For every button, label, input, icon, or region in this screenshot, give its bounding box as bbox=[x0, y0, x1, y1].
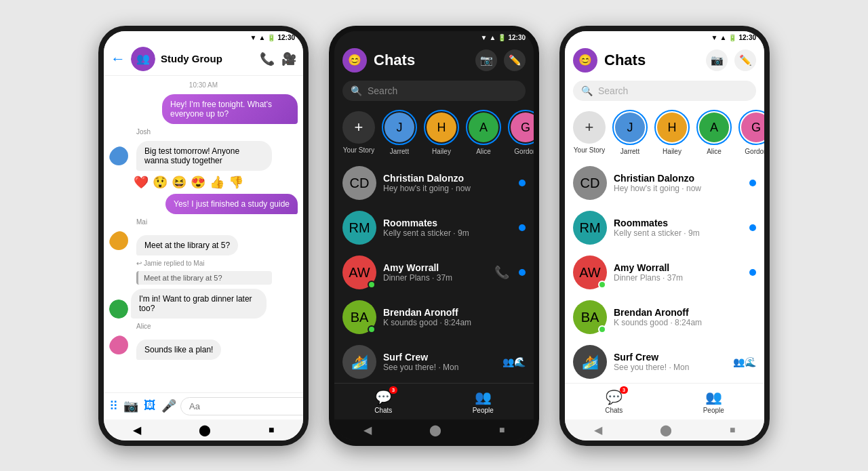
avatar-amy-light: AW bbox=[573, 255, 607, 289]
call-icon-amy-dark[interactable]: 📞 bbox=[494, 265, 509, 280]
android-home[interactable]: ⬤ bbox=[199, 424, 211, 436]
online-dot-amy-light bbox=[598, 281, 606, 289]
android-recent[interactable]: ■ bbox=[269, 424, 274, 435]
mic-icon[interactable]: 🎤 bbox=[161, 398, 176, 413]
message-left-jamie: I'm in! Want to grab dinner later too? bbox=[109, 289, 298, 319]
unread-dot-amy-light bbox=[749, 269, 756, 276]
chat-info-amy-dark: Amy Worrall Dinner Plans · 37m bbox=[383, 262, 488, 283]
story-add-light[interactable]: + Your Story bbox=[573, 111, 606, 154]
sender-alice: Alice bbox=[136, 323, 298, 330]
android-recent-3[interactable]: ■ bbox=[730, 424, 735, 435]
chat-preview-brendan-light: K sounds good · 8:24am bbox=[614, 318, 756, 327]
chat-item-roommates-light[interactable]: RM Roommates Kelly sent a sticker · 9m bbox=[565, 205, 764, 250]
story-avatar-hailey-dark: H bbox=[427, 112, 456, 142]
android-home-2[interactable]: ⬤ bbox=[429, 424, 441, 436]
chat-info-brendan-dark: Brendan Aronoff K sounds good · 8:24am bbox=[383, 307, 526, 327]
android-recent-2[interactable]: ■ bbox=[499, 424, 505, 435]
story-avatar-gordon-dark: G bbox=[511, 112, 534, 142]
story-avatar-alice-dark: A bbox=[469, 112, 498, 142]
story-alice-dark[interactable]: A Alice bbox=[466, 110, 501, 155]
story-hailey-light[interactable]: H Hailey bbox=[654, 110, 690, 155]
reply-context-text: Jamie replied to Mai bbox=[144, 260, 204, 267]
chat-info-brendan-light: Brendan Aronoff K sounds good · 8:24am bbox=[614, 307, 756, 327]
android-back[interactable]: ◀ bbox=[133, 424, 141, 436]
story-label-add-light: Your Story bbox=[574, 146, 605, 154]
back-button[interactable]: ← bbox=[111, 50, 125, 68]
user-avatar-dark[interactable]: 😊 bbox=[342, 48, 367, 73]
android-back-3[interactable]: ◀ bbox=[594, 424, 602, 436]
search-icon-dark: 🔍 bbox=[351, 85, 362, 96]
time-1: 12:30 bbox=[277, 34, 295, 41]
chat-list-light: CD Christian Dalonzo Hey how's it going … bbox=[565, 161, 764, 383]
wifi-icon-2: ▲ bbox=[490, 34, 496, 41]
status-icons-3: ▼ ▲ 🔋 12:30 bbox=[711, 34, 756, 41]
message-input[interactable] bbox=[180, 397, 309, 415]
story-label-gordon-light: Gordon bbox=[745, 148, 764, 155]
chat-item-surf-light[interactable]: 🏄 Surf Crew See you there! · Mon 👥🌊 bbox=[565, 340, 764, 383]
story-jarrett-light[interactable]: J Jarrett bbox=[612, 110, 648, 155]
tab-chats-light[interactable]: 💬 3 Chats bbox=[605, 389, 623, 414]
chat-item-surf-dark[interactable]: 🏄 Surf Crew See you there! · Mon 👥🌊 bbox=[334, 340, 534, 383]
chat-name-brendan-dark: Brendan Aronoff bbox=[383, 307, 526, 318]
chat-item-roommates-dark[interactable]: RM Roommates Kelly sent a sticker · 9m bbox=[334, 205, 534, 250]
avatar-img-surf-dark: 🏄 bbox=[342, 345, 376, 379]
bubble-mai: Meet at the library at 5? bbox=[136, 235, 238, 255]
sender-mai: Mai bbox=[136, 218, 298, 226]
tab-people-light[interactable]: 👥 People bbox=[703, 389, 724, 414]
avatar-img-roommates-light: RM bbox=[573, 211, 607, 245]
chat-info-christian-light: Christian Dalonzo Hey how's it going · n… bbox=[614, 173, 743, 193]
story-add-dark[interactable]: + Your Story bbox=[342, 111, 375, 154]
story-label-alice-light: Alice bbox=[707, 148, 722, 155]
video-call-icon[interactable]: 🎥 bbox=[281, 52, 296, 66]
chat-item-christian-light[interactable]: CD Christian Dalonzo Hey how's it going … bbox=[565, 161, 764, 205]
story-avatar-jarrett-light: J bbox=[615, 112, 645, 142]
story-jarrett-dark[interactable]: J Jarrett bbox=[382, 110, 417, 155]
avatar-jamie bbox=[109, 300, 128, 319]
chat-item-christian-dark[interactable]: CD Christian Dalonzo Hey how's it going … bbox=[334, 161, 534, 205]
tab-chats-dark[interactable]: 💬 3 Chats bbox=[374, 389, 392, 414]
search-bar-dark[interactable]: 🔍 Search bbox=[342, 81, 526, 101]
reaction-laugh: 😆 bbox=[172, 175, 186, 190]
story-label-hailey-dark: Hailey bbox=[432, 148, 451, 155]
story-gordon-dark[interactable]: G Gordon bbox=[508, 110, 534, 155]
android-home-3[interactable]: ⬤ bbox=[660, 424, 672, 436]
grid-icon[interactable]: ⠿ bbox=[109, 398, 118, 413]
search-bar-light[interactable]: 🔍 Search bbox=[573, 81, 756, 101]
sender-josh: Josh bbox=[136, 128, 298, 136]
edit-button-dark[interactable]: ✏️ bbox=[504, 49, 526, 71]
people-tab-label-dark: People bbox=[473, 407, 494, 414]
chats-header-dark: 😊 Chats 📷 ✏️ bbox=[334, 43, 534, 78]
add-story-icon-light: + bbox=[573, 111, 606, 144]
user-avatar-light[interactable]: 😊 bbox=[573, 48, 597, 73]
group-avatar: 👥 bbox=[131, 47, 155, 71]
chat-preview-brendan-dark: K sounds good · 8:24am bbox=[383, 318, 526, 327]
story-gordon-light[interactable]: G Gordon bbox=[738, 110, 764, 155]
story-hailey-dark[interactable]: H Hailey bbox=[424, 110, 459, 155]
android-back-2[interactable]: ◀ bbox=[363, 424, 372, 436]
chat-info-surf-dark: Surf Crew See you there! · Mon bbox=[383, 352, 496, 372]
status-bar-2: ▼ ▲ 🔋 12:30 bbox=[334, 31, 534, 43]
camera-button-dark[interactable]: 📷 bbox=[475, 49, 497, 71]
phone-call-icon[interactable]: 📞 bbox=[260, 52, 275, 66]
tab-people-dark[interactable]: 👥 People bbox=[473, 389, 494, 414]
chat-item-amy-light[interactable]: AW Amy Worrall Dinner Plans · 37m bbox=[565, 250, 764, 295]
camera-button-light[interactable]: 📷 bbox=[706, 49, 728, 71]
image-icon[interactable]: 🖼 bbox=[144, 398, 156, 413]
chat-item-amy-dark[interactable]: AW Amy Worrall Dinner Plans · 37m 📞 bbox=[334, 250, 534, 295]
camera-icon[interactable]: 📷 bbox=[123, 398, 138, 413]
avatar-brendan-dark: BA bbox=[342, 300, 376, 334]
chat-header-icons: 📞 🎥 bbox=[260, 52, 296, 66]
message-bubble-right-1: Hey! I'm free tonight. What's everyone u… bbox=[162, 94, 298, 124]
chats-header-light: 😊 Chats 📷 ✏️ bbox=[565, 43, 764, 78]
chat-preview-amy-dark: Dinner Plans · 37m bbox=[383, 273, 488, 283]
chats-badge-dark: 3 bbox=[389, 386, 397, 394]
chat-item-brendan-light[interactable]: BA Brendan Aronoff K sounds good · 8:24a… bbox=[565, 295, 764, 340]
chat-item-brendan-dark[interactable]: BA Brendan Aronoff K sounds good · 8:24a… bbox=[334, 295, 534, 340]
chat-name-roommates-dark: Roommates bbox=[383, 218, 512, 228]
stories-row-dark: + Your Story J Jarrett H Hailey A Alice bbox=[334, 106, 534, 161]
story-alice-light[interactable]: A Alice bbox=[696, 110, 732, 155]
people-tab-icon-light: 👥 bbox=[705, 389, 722, 405]
avatar-img-christian-light: CD bbox=[573, 166, 607, 200]
chat-title: Study Group bbox=[161, 53, 254, 64]
edit-button-light[interactable]: ✏️ bbox=[734, 49, 756, 71]
